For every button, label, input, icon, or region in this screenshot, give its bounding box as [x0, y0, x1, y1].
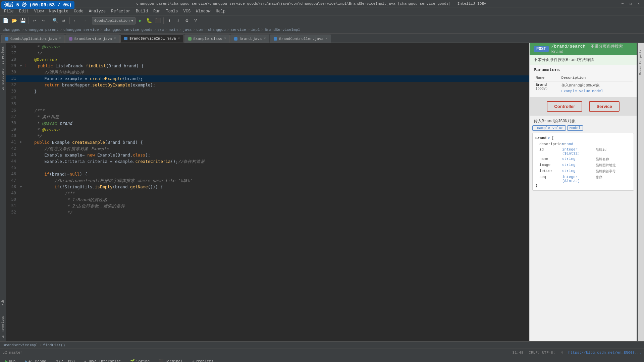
breadcrumb-method: findList()	[43, 343, 65, 347]
menu-view[interactable]: View	[32, 8, 47, 14]
menu-analyze[interactable]: Analyze	[86, 8, 108, 14]
line-gutter-41[interactable]: ▶	[19, 139, 23, 145]
maximize-button[interactable]: ❐	[628, 1, 633, 6]
bottom-tab-problems[interactable]: ⚠Problems	[190, 358, 216, 362]
bread-item-service[interactable]: service	[230, 28, 246, 32]
menu-refactor[interactable]: Refactor	[108, 8, 133, 14]
bread-item-src[interactable]: src	[157, 28, 164, 32]
bread-item-impl[interactable]: impl	[251, 28, 260, 32]
bread-sep: >	[100, 28, 103, 32]
tab-tab1[interactable]: GoodsApplication.java×	[1, 35, 65, 43]
toolbar-open[interactable]: 📂	[10, 17, 18, 25]
model-chevron[interactable]: ∨	[548, 136, 550, 140]
toolbar-replace[interactable]: ⇄	[60, 17, 68, 25]
bread-item-changgou-service-goods[interactable]: changgou-service-goods	[104, 28, 152, 32]
maven-projects-label[interactable]: Maven Projects	[638, 47, 643, 78]
toolbar-vcs[interactable]: ⬆	[165, 17, 173, 25]
bread-item-changgou-service[interactable]: changgou-service	[63, 28, 99, 32]
model-toggle-btn[interactable]: Model	[567, 125, 583, 131]
menu-help[interactable]: Help	[213, 8, 228, 14]
code-line-51: 51 * 2:占位符参数，搜索的条件	[6, 203, 529, 209]
model-toggle[interactable]: Example Value Model	[532, 125, 634, 131]
bread-item-changgou-parent[interactable]: changgou-parent	[25, 28, 58, 32]
toolbar-fwd[interactable]: →	[80, 17, 88, 25]
menu-window[interactable]: Window	[193, 8, 213, 14]
tab-close-tab5[interactable]: ×	[264, 37, 266, 41]
service-button[interactable]: Service	[589, 101, 619, 112]
sidebar-project[interactable]: 1: Project	[1, 44, 5, 66]
menu-file[interactable]: File	[1, 8, 16, 14]
menu-run[interactable]: Run	[151, 8, 163, 14]
tab-close-tab6[interactable]: ×	[325, 37, 327, 41]
bread-item-changgou[interactable]: changgou	[3, 28, 20, 32]
tab-tab3[interactable]: BrandServiceImpl.java×	[120, 35, 184, 43]
run-config-label: GoodsApplication	[94, 19, 130, 23]
dropdown-arrow: ▼	[131, 19, 133, 23]
line-gutter-29[interactable]: ▶	[19, 63, 23, 69]
menu-edit[interactable]: Edit	[16, 8, 32, 14]
line-num-45: 45	[6, 165, 19, 171]
bottom-tab-label-run: Run	[9, 359, 16, 362]
bottom-tab-run[interactable]: ▶Run	[3, 358, 18, 362]
swagger-url: /brand/search 不带分页条件搜索Brand	[551, 44, 633, 54]
bottom-tab-enterprise[interactable]: ☕Java Enterprise	[82, 358, 124, 362]
minimize-button[interactable]: —	[620, 1, 625, 6]
bread-item-changgou[interactable]: changgou	[208, 28, 226, 32]
bottom-tab-spring[interactable]: 🌱Spring	[127, 358, 152, 362]
code-line-30: 30 //调用方法构建条件	[6, 69, 529, 75]
code-line-41: 41▶ public Example createExample(Brand b…	[6, 139, 529, 145]
toolbar-settings[interactable]: ⚙	[183, 17, 191, 25]
toolbar-save[interactable]: 💾	[19, 17, 27, 25]
toolbar-pull[interactable]: ⬇	[174, 17, 182, 25]
code-line-31: 31 Example example = createExample(brand…	[6, 75, 529, 82]
bottom-tab-icon-enterprise: ☕	[84, 359, 87, 362]
line-code-36: /***	[23, 107, 529, 114]
bread-item-com[interactable]: com	[197, 28, 203, 32]
tab-close-tab4[interactable]: ×	[224, 37, 226, 41]
bottom-tab-debug[interactable]: ▶4: Debug	[22, 358, 49, 362]
model-title: 传入Brand的JSON对象	[532, 118, 634, 124]
tab-tab2[interactable]: BrandService.java×	[65, 35, 120, 43]
bottom-tab-label-spring: Spring	[136, 359, 150, 362]
controller-button[interactable]: Controller	[547, 101, 582, 112]
tab-close-tab3[interactable]: ×	[178, 37, 180, 41]
sidebar-favorites[interactable]: 2: Favorites	[1, 314, 5, 340]
run-config-dropdown[interactable]: GoodsApplication ▼	[92, 17, 136, 24]
menu-navigate[interactable]: Navigate	[46, 8, 71, 14]
line-gutter-48[interactable]: ▶	[19, 184, 23, 190]
debug-button[interactable]: 🐛	[145, 17, 153, 25]
sidebar-web[interactable]: Web	[1, 298, 5, 307]
tab-tab6[interactable]: BrandController.java×	[270, 35, 331, 43]
toolbar-back[interactable]: ←	[71, 17, 79, 25]
timer-overlay: 倒后 5 秒 (00:09:53 / 0%)	[1, 1, 74, 9]
bread-item-BrandServiceImpl[interactable]: BrandServiceImpl	[265, 28, 300, 32]
code-line-49: 49 /***	[6, 190, 529, 196]
tab-close-tab1[interactable]: ×	[59, 37, 61, 41]
tab-tab5[interactable]: Brand.java×	[230, 35, 269, 43]
line-code-48: if(!StringUtils.isEmpty(brand.getName())…	[23, 184, 529, 190]
model-link[interactable]: Model	[592, 89, 603, 93]
example-value-link[interactable]: Example Value	[561, 89, 590, 93]
bottom-tab-todo[interactable]: ☑6: TODO	[53, 358, 77, 362]
tab-close-tab2[interactable]: ×	[114, 37, 116, 41]
toolbar-redo[interactable]: ↪	[39, 17, 47, 25]
bread-item-java[interactable]: java	[183, 28, 192, 32]
toolbar-new[interactable]: 📄	[1, 17, 9, 25]
tab-tab4[interactable]: Example.class×	[184, 35, 230, 43]
menu-tools[interactable]: Tools	[163, 8, 181, 14]
menu-code[interactable]: Code	[71, 8, 86, 14]
line-code-37: * 条件构建	[23, 114, 529, 120]
close-button[interactable]: ✕	[636, 1, 641, 6]
sidebar-structure[interactable]: 2: Structure	[1, 66, 5, 92]
bottom-tab-terminal[interactable]: ⬛Terminal	[156, 358, 185, 362]
toolbar-help[interactable]: ?	[192, 17, 200, 25]
run-button[interactable]: ▶	[136, 17, 144, 25]
toolbar-undo[interactable]: ↩	[31, 17, 39, 25]
toolbar-find[interactable]: 🔍	[51, 17, 59, 25]
bread-item-main[interactable]: main	[169, 28, 178, 32]
example-value-toggle[interactable]: Example Value	[532, 125, 566, 131]
line-code-27: */	[23, 50, 529, 56]
menu-vcs[interactable]: VCS	[181, 8, 194, 14]
menu-build[interactable]: Build	[133, 8, 151, 14]
stop-button[interactable]: ⬛	[154, 17, 162, 25]
